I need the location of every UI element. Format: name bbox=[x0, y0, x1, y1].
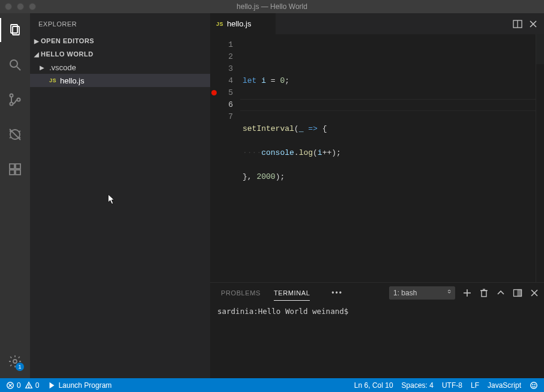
line-number: 1 bbox=[210, 39, 233, 51]
current-line-highlight bbox=[240, 99, 544, 111]
svg-point-2 bbox=[10, 60, 17, 67]
status-eol[interactable]: LF bbox=[471, 381, 479, 390]
window-title: hello.js — Hello World bbox=[0, 2, 544, 11]
svg-point-5 bbox=[10, 103, 13, 106]
status-language[interactable]: JavaScript bbox=[488, 381, 521, 390]
svg-rect-13 bbox=[10, 164, 14, 169]
svg-point-36 bbox=[531, 382, 537, 388]
status-bar: 0 0 Launch Program Ln 6, Col 10 Spaces: … bbox=[0, 378, 544, 392]
line-number: 7 bbox=[210, 111, 233, 123]
workspace-section[interactable]: ◢ HELLO WORLD bbox=[30, 47, 210, 61]
status-indent[interactable]: Spaces: 4 bbox=[402, 381, 434, 390]
svg-line-3 bbox=[17, 67, 20, 70]
status-feedback-icon[interactable] bbox=[530, 381, 538, 390]
svg-rect-28 bbox=[518, 290, 522, 297]
svg-point-38 bbox=[534, 384, 535, 385]
chevron-right-icon: ▶ bbox=[38, 64, 46, 71]
svg-rect-1 bbox=[13, 26, 19, 35]
line-number: 6 bbox=[210, 99, 233, 111]
open-editors-label: OPEN EDITORS bbox=[41, 37, 94, 44]
editor-tab-bar: JS hello.js bbox=[210, 13, 544, 34]
code-editor[interactable]: 1 2 3 4 5 6 7 let i = 0; setInterval(_ =… bbox=[210, 34, 544, 282]
debug-activity[interactable] bbox=[0, 122, 30, 146]
status-encoding[interactable]: UTF-8 bbox=[442, 381, 462, 390]
panel-more-icon[interactable]: ••• bbox=[331, 289, 343, 297]
mouse-cursor-icon bbox=[107, 194, 116, 206]
svg-point-6 bbox=[17, 98, 20, 101]
line-number: 2 bbox=[210, 51, 233, 63]
status-errors-count: 0 bbox=[17, 381, 21, 390]
tab-hello-js[interactable]: JS hello.js bbox=[210, 13, 276, 34]
panel-tab-terminal[interactable]: TERMINAL bbox=[274, 286, 310, 301]
minimap[interactable] bbox=[536, 34, 544, 282]
workspace-label: HELLO WORLD bbox=[41, 50, 93, 58]
svg-rect-14 bbox=[16, 164, 20, 169]
svg-point-17 bbox=[13, 360, 17, 363]
line-number: 3 bbox=[210, 63, 233, 75]
title-bar: hello.js — Hello World bbox=[0, 0, 544, 13]
settings-badge: 1 bbox=[16, 363, 24, 371]
split-editor-icon[interactable] bbox=[513, 19, 522, 29]
svg-rect-15 bbox=[10, 170, 14, 175]
status-warnings[interactable]: 0 bbox=[25, 381, 40, 390]
tab-label: hello.js bbox=[227, 19, 251, 28]
explorer-activity[interactable] bbox=[0, 18, 30, 42]
javascript-file-icon: JS bbox=[216, 21, 223, 27]
chevron-down-icon: ◢ bbox=[32, 51, 41, 58]
terminal-prompt: sardinia:Hello World weinand$ bbox=[217, 307, 348, 316]
folder-label: .vscode bbox=[49, 63, 76, 72]
svg-point-35 bbox=[28, 387, 29, 387]
maximize-panel-icon[interactable] bbox=[496, 288, 506, 298]
svg-point-37 bbox=[533, 384, 533, 385]
status-ln-col[interactable]: Ln 6, Col 10 bbox=[354, 381, 393, 390]
terminal-output[interactable]: sardinia:Hello World weinand$ bbox=[210, 303, 544, 378]
svg-rect-24 bbox=[482, 291, 486, 297]
code-content[interactable]: let i = 0; setInterval(_ => { ····consol… bbox=[240, 34, 544, 282]
svg-rect-0 bbox=[11, 25, 17, 33]
status-warnings-count: 0 bbox=[35, 381, 40, 390]
close-all-icon[interactable] bbox=[528, 19, 538, 29]
panel-tab-problems[interactable]: PROBLEMS bbox=[221, 286, 261, 300]
status-launch-config[interactable]: Launch Program bbox=[47, 381, 112, 390]
file-label: hello.js bbox=[60, 76, 84, 85]
chevron-right-icon: ▶ bbox=[32, 38, 41, 44]
status-errors[interactable]: 0 bbox=[6, 381, 21, 390]
status-launch-label: Launch Program bbox=[58, 381, 112, 390]
javascript-file-icon: JS bbox=[49, 77, 56, 83]
explorer-sidebar: EXPLORER ▶ OPEN EDITORS ◢ HELLO WORLD ▶ … bbox=[30, 13, 210, 378]
activity-bar: 1 bbox=[0, 13, 30, 378]
svg-rect-16 bbox=[16, 170, 20, 175]
search-activity[interactable] bbox=[0, 53, 30, 77]
line-number: 4 bbox=[210, 75, 233, 87]
svg-line-8 bbox=[10, 129, 20, 140]
tree-file-hello[interactable]: JS hello.js bbox=[30, 74, 210, 87]
settings-activity[interactable]: 1 bbox=[0, 349, 30, 373]
tree-folder-vscode[interactable]: ▶ .vscode bbox=[30, 61, 210, 74]
breakpoint-icon[interactable] bbox=[211, 90, 217, 95]
open-editors-section[interactable]: ▶ OPEN EDITORS bbox=[30, 34, 210, 47]
terminal-picker[interactable]: 1: bash bbox=[389, 286, 455, 300]
extensions-activity[interactable] bbox=[0, 157, 30, 181]
new-terminal-icon[interactable] bbox=[462, 288, 472, 298]
kill-terminal-icon[interactable] bbox=[479, 288, 489, 298]
file-tree: ▶ .vscode JS hello.js bbox=[30, 61, 210, 87]
editor-group: JS hello.js 1 2 3 4 bbox=[210, 13, 544, 378]
terminal-select[interactable]: 1: bash bbox=[389, 286, 455, 300]
bottom-panel: PROBLEMS TERMINAL ••• 1: bash bbox=[210, 282, 544, 378]
source-control-activity[interactable] bbox=[0, 88, 30, 112]
toggle-panel-layout-icon[interactable] bbox=[513, 288, 522, 298]
close-panel-icon[interactable] bbox=[530, 288, 539, 298]
line-number-gutter[interactable]: 1 2 3 4 5 6 7 bbox=[210, 34, 240, 282]
svg-point-4 bbox=[10, 94, 13, 97]
sidebar-header: EXPLORER bbox=[30, 13, 210, 34]
